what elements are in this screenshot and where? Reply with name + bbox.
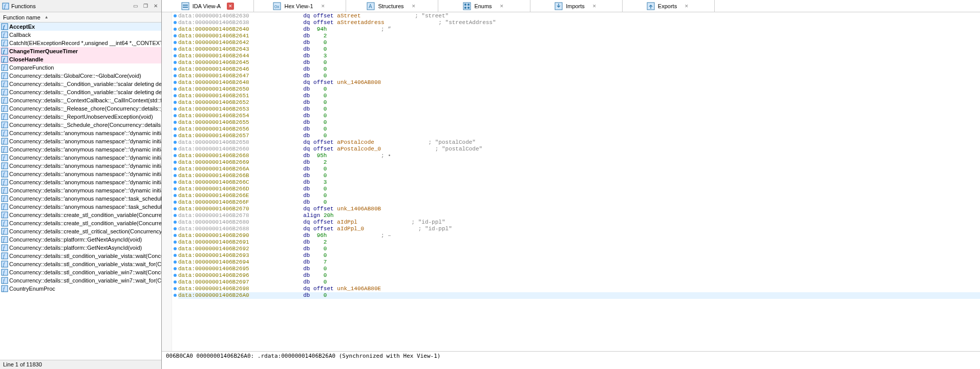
tab-close-icon[interactable]: ✕ (498, 3, 505, 10)
breakpoint-dot[interactable] (174, 181, 177, 184)
function-row[interactable]: fCallback (0, 31, 161, 39)
column-header[interactable]: Function name ▲ (0, 12, 161, 23)
function-row[interactable]: fConcurrency::details::_Condition_variab… (0, 88, 161, 96)
breakpoint-dot[interactable] (174, 114, 177, 117)
function-row[interactable]: fConcurrency::details::_Condition_variab… (0, 80, 161, 88)
breakpoint-dot[interactable] (174, 201, 177, 204)
tab-close-icon[interactable]: ✕ (319, 3, 327, 10)
functions-hscroll[interactable] (0, 351, 161, 360)
tab-close-icon[interactable]: ✕ (227, 3, 234, 10)
function-row[interactable]: fConcurrency::details::'anonymous namesp… (0, 170, 161, 178)
breakpoint-dot[interactable] (174, 207, 177, 210)
disasm-line[interactable]: data:00000001406B2693 db 0 (178, 252, 980, 259)
breakpoint-dot[interactable] (174, 141, 177, 144)
breakpoint-dot[interactable] (174, 54, 177, 57)
disasm-line[interactable]: data:00000001406B266E db 0 (178, 192, 980, 199)
breakpoint-dot[interactable] (174, 48, 177, 51)
function-row[interactable]: fConcurrency::details::platform::GetNext… (0, 244, 161, 252)
disasm-line[interactable]: data:00000001406B2647 db 0 (178, 73, 980, 79)
function-row[interactable]: fConcurrency::details::'anonymous namesp… (0, 186, 161, 194)
disasm-line[interactable]: data:00000001406B2678 align 20h (178, 212, 980, 219)
breakpoint-dot[interactable] (174, 214, 177, 217)
breakpoint-dot[interactable] (174, 234, 177, 237)
breakpoint-dot[interactable] (174, 81, 177, 84)
function-row[interactable]: fConcurrency::details::platform::GetNext… (0, 235, 161, 244)
disassembly-view[interactable]: data:00000001406B2630 dq offset aStreet … (162, 12, 980, 351)
breakpoint-dot[interactable] (174, 227, 177, 230)
disasm-line[interactable]: data:00000001406B2643 db 0 (178, 46, 980, 53)
tab-enums[interactable]: Enums✕ (438, 0, 530, 12)
function-row[interactable]: fConcurrency::details::'anonymous namesp… (0, 154, 161, 162)
breakpoint-dot[interactable] (174, 121, 177, 124)
breakpoint-dot[interactable] (174, 107, 177, 111)
disasm-line[interactable]: data:00000001406B2642 db 0 (178, 39, 980, 46)
breakpoint-dot[interactable] (174, 267, 177, 270)
disasm-line[interactable]: data:00000001406B2653 db 0 (178, 106, 980, 113)
breakpoint-dot[interactable] (174, 261, 177, 264)
function-row[interactable]: fConcurrency::details::stl_condition_var… (0, 260, 161, 268)
disasm-line[interactable]: data:00000001406B266F db 0 (178, 199, 980, 206)
breakpoint-dot[interactable] (174, 187, 177, 190)
disasm-line[interactable]: data:00000001406B2698 dq offset unk_1406… (178, 286, 980, 292)
disasm-line[interactable]: data:00000001406B2680 dq offset aIdPpl ;… (178, 219, 980, 226)
tab-exports[interactable]: Exports✕ (623, 0, 715, 12)
disasm-line[interactable]: data:00000001406B266D db 0 (178, 186, 980, 192)
function-row[interactable]: fConcurrency::details::_ReportUnobserved… (0, 113, 161, 121)
breakpoint-dot[interactable] (174, 34, 177, 37)
breakpoint-dot[interactable] (174, 68, 177, 71)
function-row[interactable]: fConcurrency::details::'anonymous namesp… (0, 162, 161, 170)
disasm-line[interactable]: data:00000001406B2654 db 0 (178, 113, 980, 119)
function-row[interactable]: fConcurrency::details::'anonymous namesp… (0, 178, 161, 186)
tab-close-icon[interactable]: ✕ (591, 3, 598, 10)
disasm-line[interactable]: data:00000001406B2646 db 0 (178, 66, 980, 73)
disasm-line[interactable]: data:00000001406B2697 db 0 (178, 279, 980, 286)
disasm-line[interactable]: data:00000001406B2644 db 3 (178, 53, 980, 59)
disasm-line[interactable]: data:00000001406B2641 db 2 (178, 33, 980, 39)
breakpoint-dot[interactable] (174, 167, 177, 170)
breakpoint-dot[interactable] (174, 94, 177, 97)
tab-hex-view-1[interactable]: 0xHex View-1✕ (254, 0, 346, 12)
function-row[interactable]: fConcurrency::details::_Release_chore(Co… (0, 104, 161, 113)
disasm-line[interactable]: data:00000001406B2645 db 0 (178, 59, 980, 66)
breakpoint-dot[interactable] (174, 254, 177, 257)
breakpoint-dot[interactable] (174, 294, 177, 297)
function-row[interactable]: fConcurrency::details::_ContextCallback:… (0, 96, 161, 104)
panel-min-icon[interactable]: ▭ (132, 3, 139, 10)
disasm-line[interactable]: data:00000001406B2670 dq offset unk_1406… (178, 206, 980, 212)
disasm-line[interactable]: data:00000001406B2658 dq offset aPostalc… (178, 139, 980, 146)
function-row[interactable]: fConcurrency::details::'anonymous namesp… (0, 129, 161, 137)
breakpoint-dot[interactable] (174, 147, 177, 150)
breakpoint-dot[interactable] (174, 21, 177, 24)
disasm-line[interactable]: data:00000001406B2650 db 0 (178, 86, 980, 93)
tab-ida-view-a[interactable]: IDA View-A✕ (162, 0, 254, 12)
disasm-line[interactable]: data:00000001406B2651 db 0 (178, 93, 980, 99)
function-row[interactable]: fChangeTimerQueueTimer (0, 47, 161, 55)
function-row[interactable]: fAcceptEx (0, 23, 161, 31)
function-row[interactable]: fConcurrency::details::_Schedule_chore(C… (0, 121, 161, 129)
breakpoint-dot[interactable] (174, 194, 177, 197)
breakpoint-dot[interactable] (174, 274, 177, 277)
disasm-line[interactable]: data:00000001406B266A db 0 (178, 166, 980, 172)
breakpoint-column[interactable] (172, 12, 178, 351)
function-row[interactable]: fConcurrency::details::'anonymous namesp… (0, 145, 161, 154)
breakpoint-dot[interactable] (174, 161, 177, 164)
tab-close-icon[interactable]: ✕ (410, 3, 417, 10)
disasm-line[interactable]: data:00000001406B2692 db 0 (178, 246, 980, 252)
disasm-line[interactable]: data:00000001406B2640 db 94h ; ” (178, 26, 980, 33)
disasm-line[interactable]: data:00000001406B2652 db 0 (178, 99, 980, 106)
breakpoint-dot[interactable] (174, 247, 177, 250)
disasm-line[interactable]: data:00000001406B26A0 db 0 (178, 292, 980, 299)
function-row[interactable]: fConcurrency::details::create_stl_critic… (0, 227, 161, 235)
breakpoint-dot[interactable] (174, 154, 177, 157)
function-row[interactable]: fCountryEnumProc (0, 285, 161, 293)
disasm-line[interactable]: data:00000001406B2656 db 0 (178, 126, 980, 133)
function-row[interactable]: fConcurrency::details::'anonymous namesp… (0, 137, 161, 145)
breakpoint-dot[interactable] (174, 127, 177, 131)
function-row[interactable]: fConcurrency::details::stl_condition_var… (0, 252, 161, 260)
disasm-line[interactable]: data:00000001406B2694 db 7 (178, 259, 980, 266)
breakpoint-dot[interactable] (174, 88, 177, 91)
disassembly-text[interactable]: data:00000001406B2630 dq offset aStreet … (178, 12, 980, 351)
disasm-line[interactable]: data:00000001406B2638 dq offset aStreeta… (178, 19, 980, 26)
tab-structures[interactable]: AStructures✕ (346, 0, 438, 12)
breakpoint-dot[interactable] (174, 61, 177, 64)
